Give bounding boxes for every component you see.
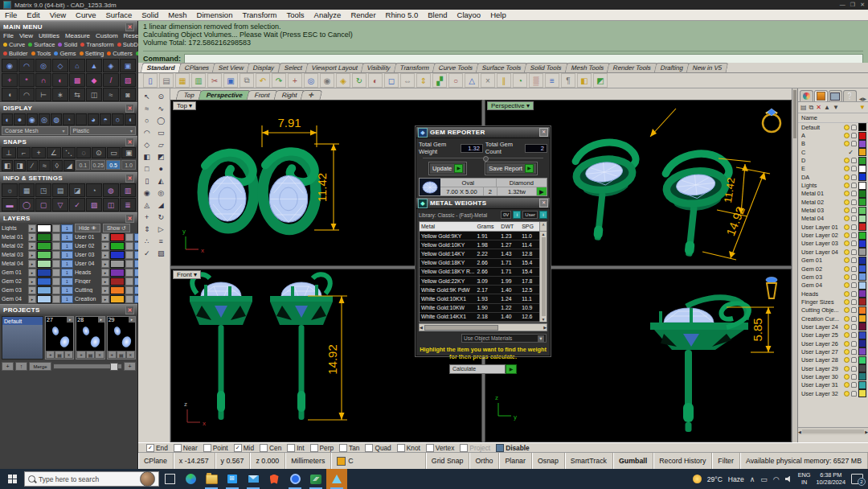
layer-row[interactable]: Gem 04 — [798, 281, 868, 290]
layer-menu-icon[interactable]: ▸ — [101, 295, 109, 303]
snap-icon[interactable]: + — [31, 147, 46, 158]
layer-color-swatch[interactable] — [858, 265, 866, 273]
layer-on-icon[interactable] — [844, 341, 850, 347]
layer-on-icon[interactable] — [844, 349, 850, 355]
layer-swatch[interactable] — [37, 251, 51, 259]
layer-color-swatch[interactable] — [858, 165, 866, 173]
info-settings-icon[interactable]: ◪ — [69, 183, 85, 197]
wireframe-view-icon[interactable]: ◻ — [384, 73, 399, 88]
menu-blend[interactable]: Blend — [423, 10, 452, 19]
display-mode-icon[interactable]: ◕ — [88, 113, 99, 125]
status-cell-millimeters[interactable]: Millimeters — [285, 453, 331, 469]
layer-color-swatch[interactable] — [858, 190, 866, 198]
layer-lock-icon[interactable] — [52, 260, 60, 268]
layer-swatch[interactable] — [37, 242, 51, 250]
move-up-icon[interactable]: ▲ — [824, 104, 830, 111]
layer-lock-icon[interactable] — [125, 260, 133, 268]
metal-row[interactable]: Yellow Gold:18KY R...2.661.7115.4 — [420, 268, 539, 277]
project-plus-button[interactable]: + — [124, 362, 136, 371]
snap-value-0-5[interactable]: 0.5 — [106, 160, 121, 170]
hide-layers-button[interactable]: Hide 👁 — [75, 224, 100, 232]
info-settings-header[interactable]: INFO & SETTINGS✕ — [0, 172, 137, 183]
display-mode-icon[interactable]: ◔ — [63, 113, 74, 125]
display-mode-icon[interactable]: ● — [14, 113, 25, 125]
network-icon[interactable]: ◠ — [773, 475, 780, 483]
layer-on-icon[interactable] — [844, 324, 850, 330]
metal-col-header-dwt[interactable]: DWT — [501, 224, 522, 229]
metal-col-header-metal[interactable]: Metal — [420, 224, 477, 229]
new-file-icon[interactable]: ▯ — [143, 73, 158, 88]
projects-header[interactable]: PROJECTS✕ — [0, 304, 137, 314]
zoom-window-icon[interactable]: ◉ — [320, 73, 334, 88]
metal-row[interactable]: Yellow Gold:10KY1.981.2711.4 — [420, 240, 539, 249]
osnap-project[interactable]: Project — [460, 444, 490, 452]
layer-lock-icon[interactable] — [52, 295, 60, 303]
info-settings-icon[interactable]: ▨ — [86, 198, 102, 212]
info-settings-icon[interactable]: ◍ — [103, 183, 119, 197]
boolean-difference-icon[interactable]: ◎ — [154, 187, 169, 199]
layer-lock-icon[interactable] — [851, 141, 857, 146]
new-layer-icon[interactable]: ▤ — [800, 104, 807, 111]
layer-row-current[interactable]: C✓ — [798, 148, 868, 156]
layer-row[interactable]: Metal 03 — [798, 206, 868, 214]
menu-view[interactable]: View — [45, 10, 71, 19]
layer-row[interactable]: Lights — [798, 181, 868, 189]
control-point-curve-icon[interactable]: ≈ — [140, 102, 154, 114]
osnap-tan[interactable]: Tan — [339, 444, 359, 452]
mm-tool-icon[interactable]: ◉ — [2, 59, 18, 72]
tab-overflow-icon[interactable]: ◀▶ — [858, 96, 868, 101]
toolbar-tab-set-view[interactable]: Set View — [212, 63, 251, 72]
layer-swatch[interactable] — [37, 224, 51, 232]
mm-category-surface[interactable]: Surface — [28, 41, 55, 48]
layer-menu-icon[interactable]: ▸ — [101, 242, 109, 250]
project-thumb-button-del[interactable]: x — [126, 351, 135, 359]
layer-color-swatch[interactable] — [858, 273, 866, 281]
update-button[interactable]: Update▶ — [429, 162, 466, 175]
osnap-near[interactable]: Near — [174, 444, 198, 452]
sphere-icon[interactable]: ● — [154, 162, 169, 175]
layer-on-icon[interactable] — [844, 274, 850, 280]
layer-color-swatch[interactable] — [858, 306, 866, 314]
project-thumb-button-del[interactable]: x — [95, 351, 104, 359]
layer-lock-icon[interactable] — [851, 249, 857, 255]
close-icon[interactable]: ✕ — [539, 128, 548, 137]
shaded-view-icon[interactable]: ◐ — [368, 73, 383, 88]
fillet-icon[interactable]: ≡ — [545, 73, 559, 88]
display-mode-icon[interactable]: ◓ — [100, 113, 111, 125]
rectangle-icon[interactable]: ▭ — [154, 126, 169, 138]
metal-row[interactable]: White Gold:9K PdW2.171.4012.5 — [420, 286, 539, 294]
layer-lock-icon[interactable] — [851, 299, 857, 305]
layer-lock-icon[interactable] — [52, 277, 60, 286]
mm-menu-custom[interactable]: Custom — [96, 32, 118, 39]
snap-icon[interactable]: ⌐ — [17, 147, 31, 158]
snaps-header[interactable]: SNAPS✕ — [0, 136, 137, 146]
layer-menu-icon[interactable]: ▸ — [28, 269, 36, 277]
info-settings-icon[interactable]: ◳ — [35, 183, 51, 197]
project-thumb-button-save[interactable]: ▤ — [55, 351, 63, 359]
trim-icon[interactable]: ◔ — [513, 73, 527, 88]
layer-on-icon[interactable] — [844, 374, 850, 380]
layer-row[interactable]: User Layer 31 — [798, 381, 868, 389]
layer-lock-icon[interactable] — [851, 391, 857, 397]
layer-on-icon[interactable] — [844, 332, 850, 338]
layer-on-icon[interactable] — [844, 125, 850, 130]
notification-icon[interactable]: 2 — [851, 474, 863, 484]
mm-category-cutters[interactable]: Cutters — [107, 50, 132, 57]
layer-menu-icon[interactable]: ▸ — [28, 224, 36, 232]
checkbox-icon[interactable]: ✓ — [234, 444, 242, 452]
paste-icon[interactable]: ⧉ — [240, 73, 254, 88]
mm-menu-utilities[interactable]: Utilities — [39, 32, 59, 39]
mm-tool-icon[interactable]: ◇ — [52, 59, 68, 72]
project-thumb-button-save[interactable]: ▤ — [117, 351, 125, 359]
toolbar-tab-transform[interactable]: Transform — [394, 63, 436, 72]
material-dropdown[interactable]: Plastic▾ — [70, 126, 137, 135]
layer-row[interactable]: Metal 02 — [798, 198, 868, 206]
menu-analyze[interactable]: Analyze — [309, 10, 346, 19]
layer-lock-icon[interactable] — [851, 349, 857, 355]
layer-menu-icon[interactable]: ▸ — [101, 251, 109, 259]
layer-color-swatch[interactable] — [858, 232, 866, 240]
layer-name-header[interactable]: Name — [798, 113, 868, 123]
layer-row[interactable]: User Layer 26 — [798, 339, 868, 347]
layer-menu-icon[interactable]: ▸ — [101, 277, 109, 286]
project-zoom-slider[interactable] — [53, 364, 122, 369]
